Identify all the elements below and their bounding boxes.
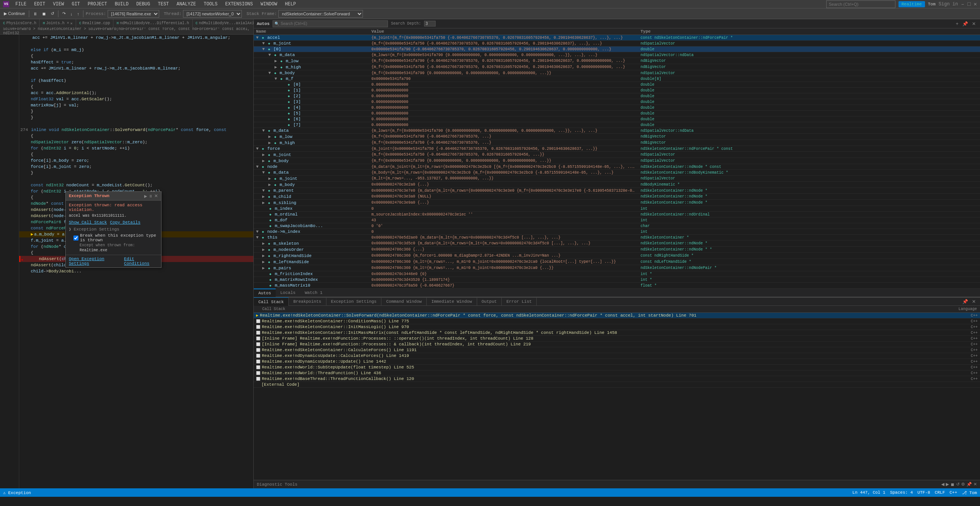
menu-test[interactable]: TEST	[156, 1, 171, 8]
callstack-close-btn[interactable]: ✕	[971, 299, 977, 305]
table-row[interactable]: ▼ ◆ accel {m_joint={m_f={0x00000e5341fa7…	[254, 35, 980, 41]
table-row[interactable]: ▼ ◆ node {m_data={m_joint={m_lt={m_rows=…	[254, 164, 980, 170]
table-row[interactable]: ◆ m_ordinal m_sourceJacobianIndex:0x0000…	[254, 212, 980, 217]
table-row[interactable]: ◆ m_dof 43 int	[254, 217, 980, 223]
exception-checkbox[interactable]	[73, 236, 78, 241]
tab-locals[interactable]: Locals	[276, 289, 300, 297]
stack-select[interactable]: ndSkeletonContainer::SolveForward	[278, 10, 363, 18]
menu-extensions[interactable]: EXTENSIONS	[224, 1, 255, 8]
expand-arrow[interactable]: ▼	[268, 53, 271, 57]
expand-arrow[interactable]: ▼	[256, 164, 259, 169]
menu-edit[interactable]: EDIT	[33, 1, 47, 8]
table-row[interactable]: ▶ ◆ m_pairs 0x00000024786c360 {m_lt={m_r…	[254, 265, 980, 271]
callstack-row[interactable]: ⬜ Realtime.exe!ndDynamicsUpdate::Calcula…	[254, 353, 980, 359]
table-row[interactable]: ◆ m_massMatrix10 0x00000002470c3f8a50 {-…	[254, 283, 980, 289]
expand-arrow[interactable]: ▼	[262, 47, 265, 51]
callstack-row[interactable]: ⬜ [Inline Frame] Realtime.exe!ndFunction…	[254, 336, 980, 342]
exception-pause-btn[interactable]: ⏸	[149, 193, 153, 199]
callstack-row[interactable]: ⬜ Realtime.exe!ndWorld::ThreadFunction()…	[254, 370, 980, 376]
show-call-stack-link[interactable]: Show Call Stack	[69, 220, 107, 225]
table-row[interactable]: ▶ ◆ m_body {m_f={0x00000e5341fa790 {0.00…	[254, 158, 980, 164]
global-search-input[interactable]	[826, 0, 895, 8]
diag-restart-btn[interactable]: ↺	[956, 482, 960, 487]
bottom-tab-exceptsettings[interactable]: Exception Settings	[326, 297, 382, 306]
autos-expand-btn[interactable]: +	[955, 21, 960, 27]
step-over-button[interactable]: ↷	[61, 10, 67, 17]
table-row[interactable]: ▼ ◆ node->m_index 0 int	[254, 229, 980, 235]
table-row[interactable]: ◆ [6] 0.00000000000000 double	[254, 116, 980, 122]
expand-arrow[interactable]: ▶	[275, 59, 277, 63]
bottom-tab-immediate[interactable]: Immediate Window	[427, 297, 477, 306]
bottom-tab-breakpoints[interactable]: Breakpoints	[289, 297, 326, 306]
menu-window[interactable]: WINDOW	[259, 1, 279, 8]
restart-button[interactable]: ↺	[49, 10, 56, 17]
menu-view[interactable]: VIEW	[52, 1, 66, 8]
table-row[interactable]: ▼ ◆ m_body {m_f={0x00000e5341fa790 {0.00…	[254, 70, 980, 76]
menu-file[interactable]: FILE	[14, 1, 28, 8]
callstack-row[interactable]: ⬜ Realtime.exe!ndWorld::SubStepUpdate(fl…	[254, 365, 980, 370]
table-row[interactable]: ◆ [1] 0.00000000000000 double	[254, 88, 980, 93]
table-row[interactable]: ▼ ◆ this 0x00000002470e5d2ae0 {m_data={m…	[254, 235, 980, 241]
table-row[interactable]: ▶ ◆ m_high {m_f={0x00000e5341fa7b0 {-0.0…	[254, 140, 980, 146]
table-row[interactable]: ◆ [5] 0.00000000000000 double	[254, 111, 980, 116]
autos-pin-btn[interactable]: 📌	[961, 21, 969, 27]
close-btn[interactable]: ✕	[974, 1, 977, 7]
table-row[interactable]: ▼ ◆ m_data {m_body={m_lt={m_rows={0x0000…	[254, 170, 980, 176]
minimize-btn[interactable]: –	[961, 1, 964, 7]
callstack-pin-btn[interactable]: 📌	[961, 299, 969, 305]
callstack-row[interactable]: ⬜ Realtime.exe!ndDynamicsUpdate::Update(…	[254, 359, 980, 365]
bottom-tab-errors[interactable]: Error List	[502, 297, 537, 306]
sign-in-btn[interactable]: Sign in	[938, 2, 958, 7]
table-row[interactable]: ◆ m_index 0 int	[254, 206, 980, 212]
bottom-tab-callstack[interactable]: Call Stack	[254, 297, 289, 306]
expand-arrow[interactable]: ▼	[268, 71, 271, 75]
callstack-content[interactable]: Call Stack Language ▶ Realtime.exe!ndSke…	[254, 306, 980, 480]
expand-arrow[interactable]: ▶	[268, 176, 271, 181]
search-depth-input[interactable]	[424, 21, 436, 27]
exception-close-btn[interactable]: ✕	[154, 193, 158, 199]
table-row[interactable]: ▶ ◆ m_joint {m_lt={m_rows=..., -953.1370…	[254, 176, 980, 182]
table-row[interactable]: ▼ ◆ m_parent 0x00000002470c3e7e0 {m_data…	[254, 188, 980, 194]
table-row[interactable]: ◆ m_matrixRowsIndex 0x00000002470c3d4352…	[254, 277, 980, 283]
tab-autos[interactable]: Autos	[254, 289, 276, 297]
autos-scroll[interactable]: Name Value Type ▼ ◆ accel {m_joint={m_f=…	[254, 28, 980, 289]
table-row[interactable]: ▼ ◆ m_data {m_lows={m_f={0x00000e5341fa7…	[254, 128, 980, 134]
expand-arrow[interactable]: ▼	[256, 229, 259, 234]
callstack-row[interactable]: ⬜ Realtime.exe!ndSkeletonContainer::Init…	[254, 330, 980, 336]
expand-arrow[interactable]: ▶	[268, 141, 271, 145]
expand-arrow[interactable]: ▶	[275, 65, 277, 70]
expand-arrow[interactable]: ▼	[256, 235, 259, 240]
expand-arrow[interactable]: ▼	[262, 41, 265, 46]
table-row[interactable]: ◆ [2] 0.00000000000000 double	[254, 93, 980, 99]
expand-arrow[interactable]: ▼	[256, 35, 259, 40]
expand-arrow[interactable]: ▶	[262, 241, 265, 246]
menu-help[interactable]: HELP	[283, 1, 298, 8]
pause-button[interactable]: ⏸	[32, 11, 39, 17]
table-row[interactable]: ◆ m_swapJacobianBo... 0 '0' char	[254, 223, 980, 229]
diag-prev-btn[interactable]: ◀	[941, 482, 944, 487]
callstack-row[interactable]: ⬜ [Inline Frame] Realtime.exe!ndFunction…	[254, 342, 980, 347]
exception-play-btn[interactable]: ▶	[144, 193, 147, 199]
expand-arrow[interactable]: ▼	[262, 170, 265, 175]
table-row[interactable]: ▶ ◆ m_sibling 0x00000002470c3e9a0 {...} …	[254, 200, 980, 206]
table-row[interactable]: ◆ [0] 0.00000000000000 double	[254, 82, 980, 88]
maximize-btn[interactable]: □	[967, 1, 970, 7]
diag-stop-btn[interactable]: ⏹	[950, 482, 955, 487]
tab-physicscore[interactable]: C PhysicsCore.h	[0, 19, 40, 28]
table-row[interactable]: ▶ ◆ m_body 0x00000002470c3e2a0 {...} ndB…	[254, 182, 980, 188]
expand-arrow[interactable]: ▶	[262, 201, 265, 205]
table-row[interactable]: ▼ ◆ [0] 0x00000e5341fa790 {-0.0640627667…	[254, 46, 980, 52]
expand-arrow[interactable]: ▶	[262, 194, 265, 199]
menu-debug[interactable]: DEBUG	[135, 1, 151, 8]
table-row[interactable]: ◆ [4] 0.00000000000000 double	[254, 105, 980, 111]
menu-git[interactable]: GIT	[70, 1, 82, 8]
bottom-tab-output[interactable]: Output	[477, 297, 502, 306]
expand-arrow[interactable]: ▶	[262, 159, 265, 163]
expand-arrow[interactable]: ▶	[268, 134, 271, 139]
edit-conditions-link[interactable]: Edit Conditions	[124, 257, 158, 266]
open-exception-settings-link[interactable]: Open Exception Settings	[69, 257, 121, 266]
expand-arrow[interactable]: ▶	[262, 260, 265, 264]
table-row[interactable]: ▶ ◆ m_low {m_f={0x00000e5341fa790 {-0.06…	[254, 58, 980, 64]
callstack-row[interactable]: ⬜ Realtime.exe!ndSkeletonContainer::Calc…	[254, 347, 980, 353]
expand-arrow[interactable]: ▼	[262, 188, 265, 193]
